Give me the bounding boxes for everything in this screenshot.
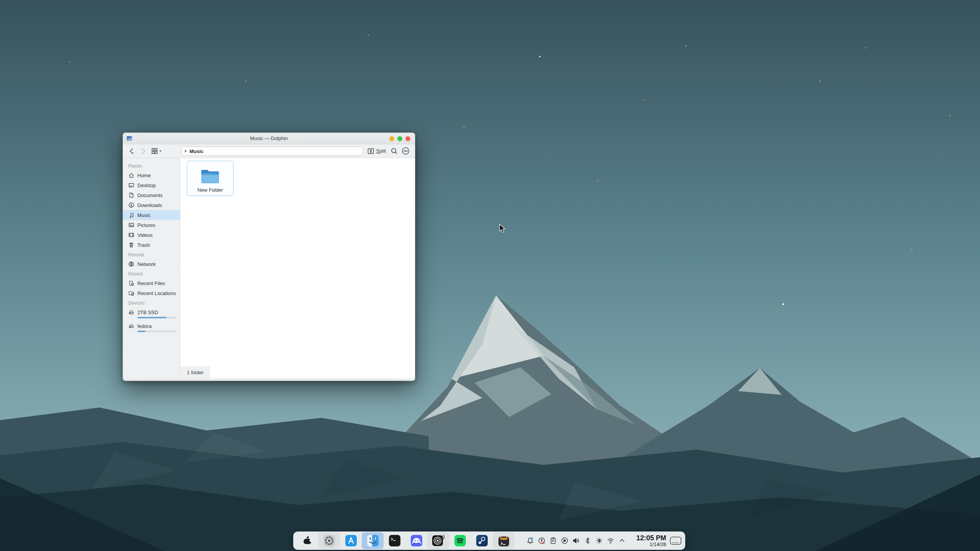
clock-widget[interactable]: 12:05 PM 1/14/26 xyxy=(632,535,666,547)
recent-folder-icon xyxy=(128,290,134,296)
sidebar-item-desktop[interactable]: Desktop xyxy=(123,180,180,190)
volume-icon[interactable] xyxy=(570,535,582,546)
file-label: New Folder xyxy=(198,187,223,193)
hamburger-menu-icon xyxy=(402,147,410,155)
overflow-menu-button[interactable] xyxy=(400,146,411,156)
expand-tray-icon[interactable] xyxy=(616,535,628,546)
sidebar-item-pictures[interactable]: Pictures xyxy=(123,220,180,230)
maximize-button[interactable] xyxy=(397,136,402,141)
split-view-button[interactable]: Split xyxy=(366,146,388,156)
desktop: Music — Dolphin xyxy=(0,0,980,551)
system-tray xyxy=(524,535,628,546)
back-button[interactable] xyxy=(127,146,137,156)
show-desktop-icon xyxy=(670,536,682,545)
sidebar-item-disk-2tb[interactable]: 2TB SSD xyxy=(123,307,180,321)
search-icon xyxy=(390,147,398,155)
forward-button[interactable] xyxy=(138,146,148,156)
sidebar-item-documents[interactable]: Documents xyxy=(123,190,180,200)
music-note-icon xyxy=(128,212,134,218)
titlebar[interactable]: Music — Dolphin xyxy=(123,133,415,144)
clock-date: 1/14/26 xyxy=(632,542,666,547)
toolbar: Music Split xyxy=(123,144,415,158)
dock-audio-player-icon[interactable] xyxy=(427,532,449,549)
sidebar-item-recent-locations[interactable]: Recent Locations xyxy=(123,288,180,298)
sidebar-item-disk-fedora[interactable]: fedora xyxy=(123,321,180,335)
minimize-button[interactable] xyxy=(389,136,394,141)
file-item-new-folder[interactable]: New Folder xyxy=(187,161,234,196)
dock-kitty-terminal-icon[interactable] xyxy=(493,532,514,549)
show-desktop-button[interactable] xyxy=(669,535,682,546)
sidebar-item-downloads[interactable]: Downloads xyxy=(123,200,180,210)
breadcrumb-arrow-icon xyxy=(185,150,187,153)
breadcrumb-current[interactable]: Music xyxy=(189,148,204,154)
dock-system-settings-icon[interactable] xyxy=(318,532,340,549)
wifi-icon[interactable] xyxy=(605,535,616,546)
clipboard-icon[interactable] xyxy=(547,535,559,546)
dock-discord-icon[interactable] xyxy=(405,532,427,549)
sidebar-item-videos[interactable]: Videos xyxy=(123,230,180,240)
sidebar-item-recent-files[interactable]: Recent Files xyxy=(123,278,180,288)
status-bar: 1 folder xyxy=(180,366,210,378)
desktop-icon xyxy=(128,182,134,188)
dock-apps xyxy=(296,531,514,550)
trash-icon xyxy=(128,242,134,248)
folder-view[interactable]: New Folder 1 folder xyxy=(180,158,415,378)
document-icon xyxy=(128,192,134,198)
section-header-remote: Remote xyxy=(123,250,180,259)
home-icon xyxy=(128,172,134,178)
window-title: Music — Dolphin xyxy=(123,135,415,141)
places-panel: Places Home Desktop Documents Downloads xyxy=(123,158,180,378)
hard-drive-icon xyxy=(128,309,134,315)
folder-icon xyxy=(199,167,221,186)
dock-terminal-icon[interactable] xyxy=(384,532,405,549)
window-frame-bottom xyxy=(123,378,415,381)
globe-icon xyxy=(128,261,134,267)
dock-finder-icon[interactable] xyxy=(362,532,384,549)
disk-usage-bar xyxy=(137,317,177,318)
picture-icon xyxy=(128,222,134,228)
mouse-cursor xyxy=(499,224,508,234)
sidebar-resize-handle[interactable]: ⋮ xyxy=(176,264,180,266)
notifications-icon[interactable] xyxy=(524,535,536,546)
dock-panel: 12:05 PM 1/14/26 xyxy=(293,531,685,550)
disk-usage-bar xyxy=(137,331,177,332)
sidebar-item-home[interactable]: Home xyxy=(123,170,180,180)
split-view-icon xyxy=(368,148,374,155)
dock-steam-icon[interactable] xyxy=(471,532,493,549)
dolphin-file-manager-icon xyxy=(126,135,132,143)
film-icon xyxy=(128,232,134,238)
section-header-places: Places xyxy=(123,161,180,170)
close-button[interactable] xyxy=(405,136,410,141)
sidebar-item-trash[interactable]: Trash xyxy=(123,240,180,250)
dolphin-window: Music — Dolphin xyxy=(122,132,415,381)
section-header-devices: Devices xyxy=(123,298,180,307)
sidebar-item-music[interactable]: Music xyxy=(123,210,180,220)
dock-spotify-icon[interactable] xyxy=(449,532,471,549)
updates-icon[interactable] xyxy=(536,535,547,546)
dock-apple-menu-icon[interactable] xyxy=(296,532,318,549)
download-icon xyxy=(128,202,134,208)
hard-drive-icon xyxy=(128,323,134,329)
sidebar-item-network[interactable]: Network xyxy=(123,259,180,269)
location-breadcrumb[interactable]: Music xyxy=(181,147,363,156)
recent-file-icon xyxy=(128,280,134,286)
section-header-recent: Recent xyxy=(123,269,180,278)
bluetooth-icon[interactable] xyxy=(582,535,593,546)
media-player-icon[interactable] xyxy=(559,535,570,546)
search-button[interactable] xyxy=(389,146,399,156)
clock-time: 12:05 PM xyxy=(632,535,666,542)
brightness-icon[interactable] xyxy=(593,535,605,546)
dock-app-store-icon[interactable] xyxy=(340,532,362,549)
view-mode-button[interactable] xyxy=(150,146,163,156)
